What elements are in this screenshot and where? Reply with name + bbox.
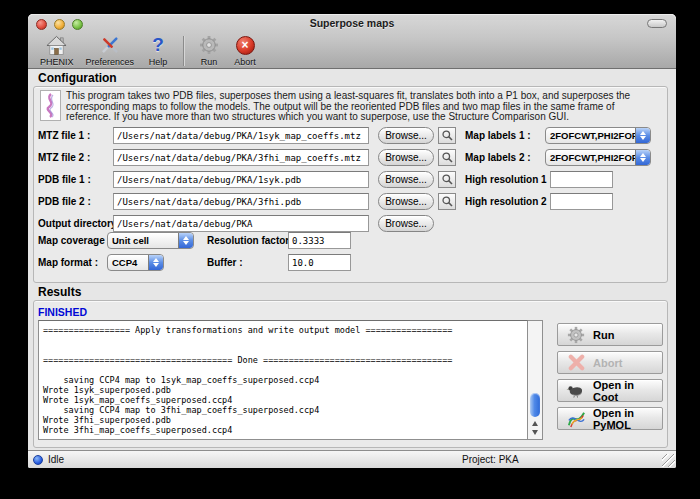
form-row-map-coverage: Map coverage : Unit cell Resolution fact… [28,232,676,250]
mtz-file-1-input[interactable] [113,127,369,144]
mtz-file-2-input[interactable] [113,149,369,166]
open-in-pymol-button[interactable]: Open in PyMOL [557,407,663,430]
home-icon [45,34,69,56]
pdb-file-2-input[interactable] [113,193,369,210]
question-icon: ? [146,34,170,56]
status-led-icon [33,455,43,465]
browse-button[interactable]: Browse... [378,215,434,232]
window-title: Superpose maps [28,17,676,29]
stepper-icon [178,233,193,248]
toolbar: PHENIX Preferences ? [28,32,676,69]
magnifier-button[interactable] [438,171,456,188]
abort-icon: × [233,34,257,56]
pdb-file-2-label: PDB file 2 : [38,196,91,207]
form-row-output-dir: Output directory : Browse... [28,215,676,233]
map-format-label: Map format : [38,257,98,268]
map-coverage-select[interactable]: Unit cell [107,232,194,249]
output-directory-label: Output directory : [38,218,122,229]
magnifier-button[interactable] [438,193,456,210]
browse-button[interactable]: Browse... [378,127,434,144]
status-badge: FINISHED [38,306,87,318]
coot-bird-icon [566,382,586,400]
map-labels-2-select[interactable]: 2FOFCWT,PHI2FOF... [545,149,651,166]
stepper-icon [148,255,163,270]
gear-icon [197,34,221,56]
high-resolution-2-input[interactable] [550,193,613,210]
buffer-input[interactable] [288,254,351,271]
abort-x-icon [566,354,586,372]
resize-grip[interactable] [662,454,675,467]
open-in-coot-label: Open in Coot [593,379,662,403]
toolbar-toggle-button[interactable] [647,19,667,28]
map-labels-1-label: Map labels 1 : [465,130,531,141]
run-button[interactable]: Run [557,323,663,346]
toolbar-run-button[interactable]: Run [191,33,227,67]
pdb-file-1-input[interactable] [113,171,369,188]
map-format-select[interactable]: CCP4 [107,254,164,271]
form-row-pdb1: PDB file 1 : Browse... High resolution 1… [28,171,676,189]
log-scrollbar[interactable] [528,320,543,440]
pymol-icon [566,410,586,428]
buffer-label: Buffer : [207,257,243,268]
program-thumbnail-icon [40,90,61,121]
stepper-icon [635,150,650,165]
run-button-label: Run [593,329,614,341]
form-row-mtz2: MTZ file 2 : Browse... Map labels 2 : 2F… [28,149,676,167]
scroll-up-icon[interactable] [532,421,538,426]
mtz-file-2-label: MTZ file 2 : [38,152,90,163]
resolution-factor-input[interactable] [288,232,351,249]
browse-button[interactable]: Browse... [378,171,434,188]
map-labels-2-label: Map labels 2 : [465,152,531,163]
form-row-map-format: Map format : CCP4 Buffer : [28,254,676,272]
high-resolution-2-label: High resolution 2 : [465,196,553,207]
log-text: ================= Apply transformations … [39,321,527,439]
project-label: Project: PKA [462,454,519,465]
magnifier-icon [441,173,454,186]
toolbar-help-button[interactable]: ? Help [140,33,176,67]
abort-button[interactable]: Abort [557,351,663,374]
output-directory-input[interactable] [113,215,369,232]
scroll-down-icon[interactable] [532,430,538,435]
titlebar[interactable]: Superpose maps [28,14,676,32]
pdb-file-1-label: PDB file 1 : [38,174,91,185]
open-in-coot-button[interactable]: Open in Coot [557,379,663,402]
window-header: Superpose maps PHEN [28,14,676,69]
magnifier-icon [441,195,454,208]
toolbar-preferences-button[interactable]: Preferences [80,33,141,67]
status-state: Idle [48,454,64,465]
toolbar-item-label: Help [149,57,168,67]
magnifier-button[interactable] [438,127,456,144]
stepper-icon [635,128,650,143]
browse-button[interactable]: Browse... [378,149,434,166]
gear-icon [566,326,586,344]
scrollbar-thumb[interactable] [530,393,540,417]
toolbar-phenix-button[interactable]: PHENIX [34,33,80,67]
abort-button-label: Abort [593,357,622,369]
toolbar-separator [183,36,184,66]
status-bar: Idle Project: PKA [28,450,676,468]
toolbar-item-label: PHENIX [40,57,74,67]
magnifier-icon [441,129,454,142]
log-output[interactable]: ================= Apply transformations … [38,320,528,440]
configuration-section-title: Configuration [38,71,117,85]
toolbar-item-label: Run [201,57,218,67]
toolbar-item-label: Preferences [86,57,135,67]
toolbar-abort-button[interactable]: × Abort [227,33,263,67]
browse-button[interactable]: Browse... [378,193,434,210]
high-resolution-1-input[interactable] [550,171,613,188]
app-window: Superpose maps PHEN [28,14,676,468]
resolution-factor-label: Resolution factor : [207,235,295,246]
form-row-mtz1: MTZ file 1 : Browse... Map labels 1 : 2F… [28,127,676,145]
toolbar-item-label: Abort [234,57,256,67]
program-description: This program takes two PDB files, superp… [66,91,654,123]
magnifier-button[interactable] [438,149,456,166]
magnifier-icon [441,151,454,164]
map-labels-1-select[interactable]: 2FOFCWT,PHI2FOF... [545,127,651,144]
desktop-background: Superpose maps PHEN [0,0,700,499]
mtz-file-1-label: MTZ file 1 : [38,130,90,141]
map-coverage-label: Map coverage : [38,235,111,246]
form-row-pdb2: PDB file 2 : Browse... High resolution 2… [28,193,676,211]
results-section-title: Results [38,285,81,299]
high-resolution-1-label: High resolution 1 : [465,174,553,185]
tools-icon [98,34,122,56]
